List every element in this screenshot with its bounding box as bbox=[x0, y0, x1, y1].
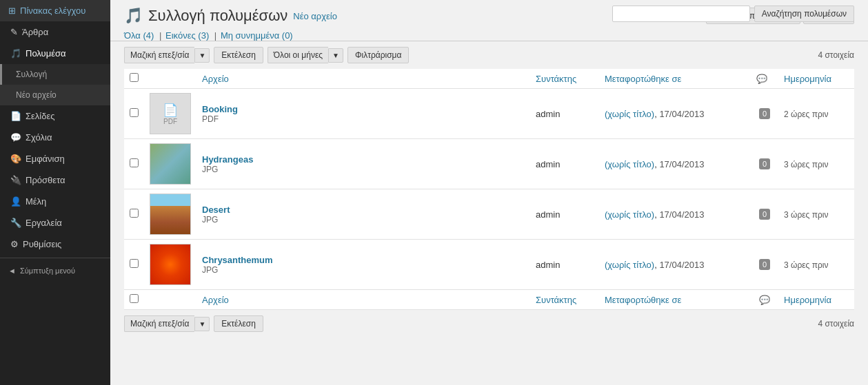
footer-attached-cell[interactable]: Μεταφορτώθηκε σε bbox=[599, 290, 751, 310]
select-all-checkbox[interactable] bbox=[130, 73, 139, 82]
table-row: HydrangeasJPGadmin(χωρίς τίτλο), 17/04/2… bbox=[124, 139, 854, 189]
media-table: Αρχείο Συντάκτης Μεταφορτώθηκε σε 💬 Ημε bbox=[124, 69, 854, 310]
footer-author-cell[interactable]: Συντάκτης bbox=[530, 290, 599, 310]
filter-button[interactable]: Φιλτράρισμα bbox=[347, 47, 410, 63]
sidebar-item-label: Μέλη bbox=[26, 196, 46, 207]
pdf-thumbnail: 📄PDF bbox=[150, 93, 191, 134]
date-text: 3 ώρες πριν bbox=[784, 160, 828, 169]
rythmiseis-icon: ⚙ bbox=[10, 239, 19, 249]
row-author-cell: admin bbox=[530, 139, 599, 189]
chrysanthemum-thumbnail bbox=[150, 244, 191, 285]
row-checkbox[interactable] bbox=[130, 108, 139, 117]
th-thumb bbox=[144, 69, 196, 89]
search-button[interactable]: Αναζήτηση πολυμέσων bbox=[754, 6, 854, 22]
attached-link[interactable]: (χωρίς τίτλο) bbox=[605, 109, 654, 119]
row-thumb-cell bbox=[144, 139, 196, 189]
sidebar-item-label: Πολυμέσα bbox=[26, 48, 66, 59]
row-checkbox[interactable] bbox=[130, 259, 139, 268]
attached-date: 17/04/2013 bbox=[659, 209, 704, 220]
sidebar-collapse-button[interactable]: ◄ Σύμπτυξη μενού bbox=[0, 261, 110, 280]
tab-separator-2: | bbox=[214, 30, 216, 41]
sidebar: ⊞ Πίνακας ελέγχου ✎ Άρθρα 🎵 Πολυμέσα Συλ… bbox=[0, 0, 110, 385]
sidebar-item-label: Πρόσθετα bbox=[26, 175, 65, 185]
row-file-cell: DesertJPG bbox=[196, 189, 530, 240]
sidebar-item-meli[interactable]: 👤 Μέλη bbox=[0, 191, 110, 212]
row-file-cell: BookingPDF bbox=[196, 89, 530, 139]
row-file-cell: HydrangeasJPG bbox=[196, 139, 530, 189]
th-date[interactable]: Ημερομηνία bbox=[778, 69, 854, 89]
new-media-link[interactable]: Νέο αρχείο bbox=[293, 11, 337, 21]
emfanisi-icon: 🎨 bbox=[10, 154, 21, 164]
file-type-label: JPG bbox=[202, 165, 525, 174]
table-row: ChrysanthemumJPGadmin(χωρίς τίτλο), 17/0… bbox=[124, 240, 854, 290]
bottom-count: 4 στοιχεία bbox=[818, 319, 854, 329]
attached-link[interactable]: (χωρίς τίτλο) bbox=[605, 209, 654, 220]
tab-unattached[interactable]: Μη συνημμένα (0) bbox=[221, 30, 293, 41]
sidebar-item-arthra[interactable]: ✎ Άρθρα bbox=[0, 21, 110, 43]
sidebar-item-ergaleia[interactable]: 🔧 Εργαλεία bbox=[0, 212, 110, 233]
bulk-action-main[interactable]: Μαζική επεξ/σία bbox=[124, 47, 194, 63]
row-checkbox[interactable] bbox=[130, 158, 139, 167]
footer-comments-cell: 💬 bbox=[751, 290, 778, 310]
footer-select-all-checkbox[interactable] bbox=[130, 294, 139, 303]
table-row: DesertJPGadmin(χωρίς τίτλο), 17/04/20130… bbox=[124, 189, 854, 240]
bottom-execute-button[interactable]: Εκτέλεση bbox=[214, 315, 263, 332]
row-file-cell: ChrysanthemumJPG bbox=[196, 240, 530, 290]
th-attached[interactable]: Μεταφορτώθηκε σε bbox=[599, 69, 751, 89]
sidebar-item-selides[interactable]: 📄 Σελίδες bbox=[0, 105, 110, 127]
sidebar-item-polymesa[interactable]: 🎵 Πολυμέσα bbox=[0, 43, 110, 64]
tab-unattached-count: (0) bbox=[282, 30, 293, 41]
sidebar-item-syllogi[interactable]: Συλλογή bbox=[0, 64, 110, 85]
row-attached-cell: (χωρίς τίτλο), 17/04/2013 bbox=[599, 240, 751, 290]
row-author-cell: admin bbox=[530, 240, 599, 290]
file-name-link[interactable]: Booking bbox=[202, 104, 238, 114]
attached-link[interactable]: (χωρίς τίτλο) bbox=[605, 260, 654, 270]
file-name-link[interactable]: Chrysanthemum bbox=[202, 255, 273, 265]
sidebar-header-dashboard[interactable]: ⊞ Πίνακας ελέγχου bbox=[0, 0, 110, 21]
tab-images[interactable]: Εικόνες (3) bbox=[165, 30, 209, 41]
collapse-icon: ◄ bbox=[8, 267, 16, 275]
bottom-bulk-action-main[interactable]: Μαζική επεξ/σία bbox=[124, 315, 194, 332]
row-thumb-cell bbox=[144, 240, 196, 290]
row-checkbox[interactable] bbox=[130, 209, 139, 218]
file-name-link[interactable]: Hydrangeas bbox=[202, 154, 253, 165]
row-comments-cell: 0 bbox=[751, 89, 778, 139]
arthra-icon: ✎ bbox=[10, 27, 18, 37]
row-comments-cell: 0 bbox=[751, 240, 778, 290]
tab-all[interactable]: Όλα (4) bbox=[124, 30, 154, 41]
sidebar-item-sxolia[interactable]: 💬 Σχόλια bbox=[0, 127, 110, 148]
bulk-action-arrow[interactable]: ▼ bbox=[194, 48, 210, 63]
row-checkbox-cell bbox=[124, 89, 144, 139]
execute-button[interactable]: Εκτέλεση bbox=[214, 47, 263, 63]
ergaleia-icon: 🔧 bbox=[10, 218, 21, 228]
bottom-toolbar-left: Μαζική επεξ/σία ▼ Εκτέλεση bbox=[124, 315, 263, 332]
main-content: 🎵 Συλλογή πολυμέσων Νέο αρχείο Επιλογές … bbox=[110, 0, 868, 385]
month-filter-arrow[interactable]: ▼ bbox=[328, 48, 343, 63]
sidebar-header-label: Πίνακας ελέγχου bbox=[20, 6, 85, 16]
th-author[interactable]: Συντάκτης bbox=[530, 69, 599, 89]
footer-file-cell[interactable]: Αρχείο bbox=[196, 290, 530, 310]
sidebar-item-prostheta[interactable]: 🔌 Πρόσθετα bbox=[0, 169, 110, 191]
search-input[interactable] bbox=[612, 6, 750, 22]
footer-date-cell[interactable]: Ημερομηνία bbox=[778, 290, 854, 310]
table-header-row: Αρχείο Συντάκτης Μεταφορτώθηκε σε 💬 Ημε bbox=[124, 69, 854, 89]
attached-link[interactable]: (χωρίς τίτλο) bbox=[605, 159, 654, 169]
file-name-link[interactable]: Desert bbox=[202, 205, 230, 215]
bottom-bulk-action-select: Μαζική επεξ/σία ▼ bbox=[124, 315, 210, 332]
sidebar-item-emfanisi[interactable]: 🎨 Εμφάνιση bbox=[0, 148, 110, 169]
row-date-cell: 3 ώρες πριν bbox=[778, 189, 854, 240]
table-container: Αρχείο Συντάκτης Μεταφορτώθηκε σε 💬 Ημε bbox=[110, 69, 868, 310]
footer-cb-cell bbox=[124, 290, 144, 310]
sidebar-item-label: Εργαλεία bbox=[26, 218, 62, 228]
bottom-bulk-action-arrow[interactable]: ▼ bbox=[194, 317, 210, 331]
th-file[interactable]: Αρχείο bbox=[196, 69, 530, 89]
sidebar-item-label: Σχόλια bbox=[26, 132, 52, 143]
row-date-cell: 2 ώρες πριν bbox=[778, 89, 854, 139]
comments-icon: 💬 bbox=[756, 74, 767, 84]
sidebar-item-neo-arxeio[interactable]: Νέο αρχείο bbox=[0, 85, 110, 105]
sidebar-item-rythmiseis[interactable]: ⚙ Ρυθμίσεις bbox=[0, 233, 110, 255]
attached-date: 17/04/2013 bbox=[659, 109, 704, 119]
month-filter-main[interactable]: Όλοι οι μήνες bbox=[268, 47, 328, 63]
hydrangea-thumbnail bbox=[150, 143, 191, 185]
row-comments-cell: 0 bbox=[751, 139, 778, 189]
